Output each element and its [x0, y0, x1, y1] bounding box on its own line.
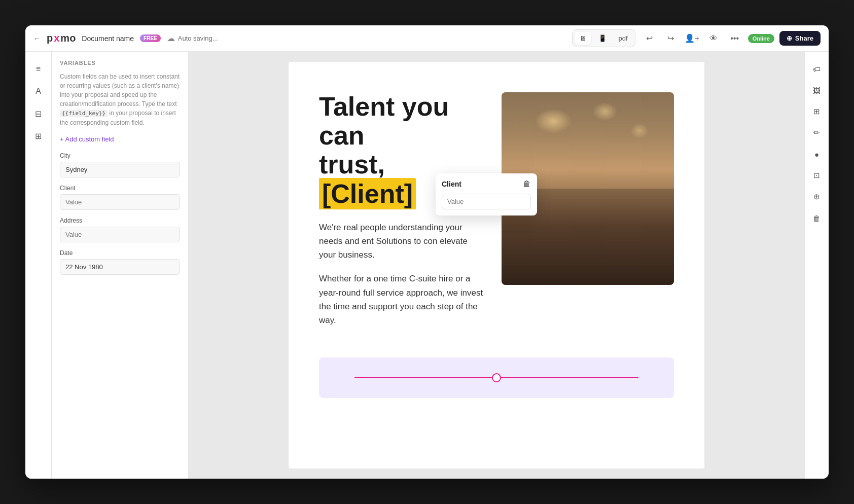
- document-bottom-decoration: [319, 357, 674, 398]
- variables-panel: VARIABLES Custom fields can be used to i…: [52, 52, 189, 479]
- more-options-button[interactable]: •••: [727, 30, 743, 47]
- variables-title: VARIABLES: [60, 60, 180, 66]
- divider-line: [354, 377, 638, 378]
- sidebar-icon-text[interactable]: A: [29, 82, 48, 100]
- right-icon-copy[interactable]: ⊡: [808, 166, 826, 185]
- client-field-group: Client: [60, 185, 180, 210]
- share-icon: ⊕: [787, 34, 792, 42]
- icon-sidebar: ≡ A ⊟ ⊞: [25, 52, 52, 479]
- date-input[interactable]: [60, 259, 180, 275]
- city-label: City: [60, 152, 180, 159]
- right-icon-draw[interactable]: ✏: [808, 124, 826, 142]
- document-paragraph-1: We're real people understanding your nee…: [319, 221, 486, 262]
- field-popup: Client 🗑: [436, 173, 537, 215]
- app-window: ← pxmo Document name FREE ☁ Auto saving.…: [25, 25, 829, 479]
- popup-header: Client 🗑: [442, 179, 531, 189]
- add-custom-field-button[interactable]: + Add custom field: [60, 135, 114, 143]
- popup-value-input[interactable]: [442, 194, 531, 209]
- topbar: ← pxmo Document name FREE ☁ Auto saving.…: [25, 25, 829, 52]
- divider-dot: [492, 373, 501, 382]
- headline-highlight[interactable]: [Client]: [319, 178, 416, 209]
- main-area: ≡ A ⊟ ⊞ VARIABLES Custom fields can be u…: [25, 52, 829, 479]
- variables-description: Custom fields can be used to insert cons…: [60, 72, 180, 127]
- address-input[interactable]: [60, 227, 180, 242]
- document-paragraph-2: Whether for a one time C-suite hire or a…: [319, 272, 486, 327]
- content-area: Talent you can trust, [Client] We're rea…: [189, 52, 804, 479]
- topbar-actions: ↩ ↪ 👤+ 👁 ••• Online ⊕ Share: [642, 30, 821, 47]
- date-label: Date: [60, 249, 180, 257]
- client-label: Client: [60, 185, 180, 192]
- right-icon-tag[interactable]: 🏷: [808, 60, 826, 78]
- right-icon-table[interactable]: ⊞: [808, 102, 826, 121]
- sidebar-icon-grid[interactable]: ⊞: [29, 127, 48, 145]
- free-badge: FREE: [140, 34, 161, 42]
- right-icon-image[interactable]: 🖼: [808, 81, 826, 99]
- mobile-view-button[interactable]: 📱: [593, 32, 612, 45]
- undo-button[interactable]: ↩: [642, 30, 658, 47]
- app-logo: pxmo: [47, 32, 76, 44]
- auto-save-status: ☁ Auto saving...: [167, 33, 218, 43]
- city-input[interactable]: [60, 162, 180, 177]
- date-field-group: Date: [60, 249, 180, 275]
- sidebar-icon-layers[interactable]: ⊟: [29, 104, 48, 123]
- auto-save-label: Auto saving...: [178, 34, 218, 42]
- back-button[interactable]: ←: [33, 34, 41, 43]
- preview-button[interactable]: 👁: [705, 30, 722, 47]
- share-label: Share: [795, 34, 813, 42]
- pdf-view-button[interactable]: pdf: [614, 32, 633, 45]
- city-field-group: City: [60, 152, 180, 177]
- right-icon-delete[interactable]: 🗑: [808, 209, 826, 227]
- share-button[interactable]: ⊕ Share: [779, 31, 821, 46]
- redo-button[interactable]: ↪: [663, 30, 679, 47]
- online-badge: Online: [748, 34, 774, 43]
- add-collaborator-button[interactable]: 👤+: [684, 30, 700, 47]
- document-name[interactable]: Document name: [82, 34, 134, 43]
- right-icon-add[interactable]: ⊕: [808, 188, 826, 206]
- document-canvas: Talent you can trust, [Client] We're rea…: [289, 62, 704, 469]
- popup-title: Client: [442, 180, 461, 188]
- sidebar-icon-menu[interactable]: ≡: [29, 60, 48, 78]
- client-input[interactable]: [60, 194, 180, 210]
- address-label: Address: [60, 217, 180, 224]
- address-field-group: Address: [60, 217, 180, 242]
- cloud-icon: ☁: [167, 33, 175, 43]
- desktop-view-button[interactable]: 🖥: [575, 32, 591, 45]
- popup-delete-button[interactable]: 🗑: [523, 179, 531, 189]
- view-toggle-group: 🖥 📱 pdf: [572, 29, 635, 47]
- right-icon-circle[interactable]: ●: [808, 145, 826, 163]
- headline-line2: trust,: [319, 150, 385, 179]
- headline-line1: Talent you can: [319, 92, 449, 150]
- right-panel: 🏷 🖼 ⊞ ✏ ● ⊡ ⊕ 🗑: [804, 52, 829, 479]
